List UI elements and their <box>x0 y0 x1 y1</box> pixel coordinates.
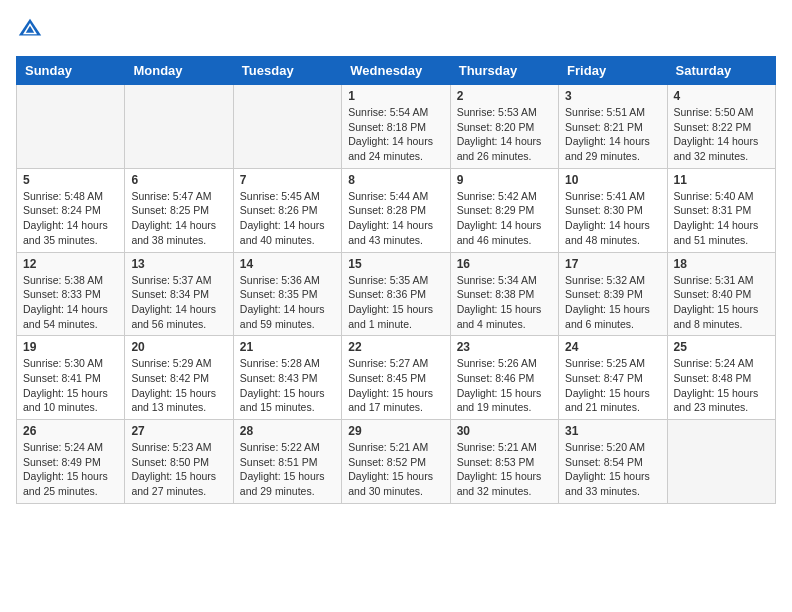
calendar-cell: 9Sunrise: 5:42 AMSunset: 8:29 PMDaylight… <box>450 168 558 252</box>
day-number: 11 <box>674 173 769 187</box>
calendar-week-2: 5Sunrise: 5:48 AMSunset: 8:24 PMDaylight… <box>17 168 776 252</box>
day-info: Sunrise: 5:42 AMSunset: 8:29 PMDaylight:… <box>457 189 552 248</box>
day-info: Sunrise: 5:30 AMSunset: 8:41 PMDaylight:… <box>23 356 118 415</box>
day-number: 15 <box>348 257 443 271</box>
calendar-cell <box>17 85 125 169</box>
day-number: 28 <box>240 424 335 438</box>
weekday-header-sunday: Sunday <box>17 57 125 85</box>
calendar-cell: 21Sunrise: 5:28 AMSunset: 8:43 PMDayligh… <box>233 336 341 420</box>
calendar-cell: 18Sunrise: 5:31 AMSunset: 8:40 PMDayligh… <box>667 252 775 336</box>
day-info: Sunrise: 5:25 AMSunset: 8:47 PMDaylight:… <box>565 356 660 415</box>
day-number: 10 <box>565 173 660 187</box>
calendar-cell: 15Sunrise: 5:35 AMSunset: 8:36 PMDayligh… <box>342 252 450 336</box>
day-info: Sunrise: 5:35 AMSunset: 8:36 PMDaylight:… <box>348 273 443 332</box>
day-number: 16 <box>457 257 552 271</box>
day-info: Sunrise: 5:26 AMSunset: 8:46 PMDaylight:… <box>457 356 552 415</box>
day-info: Sunrise: 5:48 AMSunset: 8:24 PMDaylight:… <box>23 189 118 248</box>
calendar-cell: 6Sunrise: 5:47 AMSunset: 8:25 PMDaylight… <box>125 168 233 252</box>
calendar-cell: 10Sunrise: 5:41 AMSunset: 8:30 PMDayligh… <box>559 168 667 252</box>
calendar-header: SundayMondayTuesdayWednesdayThursdayFrid… <box>17 57 776 85</box>
day-info: Sunrise: 5:38 AMSunset: 8:33 PMDaylight:… <box>23 273 118 332</box>
weekday-header-saturday: Saturday <box>667 57 775 85</box>
day-info: Sunrise: 5:28 AMSunset: 8:43 PMDaylight:… <box>240 356 335 415</box>
day-number: 14 <box>240 257 335 271</box>
weekday-header-row: SundayMondayTuesdayWednesdayThursdayFrid… <box>17 57 776 85</box>
day-number: 20 <box>131 340 226 354</box>
day-number: 31 <box>565 424 660 438</box>
calendar-cell: 22Sunrise: 5:27 AMSunset: 8:45 PMDayligh… <box>342 336 450 420</box>
day-number: 2 <box>457 89 552 103</box>
day-number: 4 <box>674 89 769 103</box>
day-number: 6 <box>131 173 226 187</box>
day-number: 18 <box>674 257 769 271</box>
day-number: 25 <box>674 340 769 354</box>
calendar-cell: 20Sunrise: 5:29 AMSunset: 8:42 PMDayligh… <box>125 336 233 420</box>
calendar-cell: 5Sunrise: 5:48 AMSunset: 8:24 PMDaylight… <box>17 168 125 252</box>
day-number: 17 <box>565 257 660 271</box>
calendar-cell: 23Sunrise: 5:26 AMSunset: 8:46 PMDayligh… <box>450 336 558 420</box>
calendar-cell: 31Sunrise: 5:20 AMSunset: 8:54 PMDayligh… <box>559 420 667 504</box>
calendar-cell <box>233 85 341 169</box>
day-info: Sunrise: 5:40 AMSunset: 8:31 PMDaylight:… <box>674 189 769 248</box>
calendar-cell: 30Sunrise: 5:21 AMSunset: 8:53 PMDayligh… <box>450 420 558 504</box>
logo <box>16 16 48 44</box>
weekday-header-wednesday: Wednesday <box>342 57 450 85</box>
day-info: Sunrise: 5:37 AMSunset: 8:34 PMDaylight:… <box>131 273 226 332</box>
logo-icon <box>16 16 44 44</box>
weekday-header-tuesday: Tuesday <box>233 57 341 85</box>
calendar-cell: 17Sunrise: 5:32 AMSunset: 8:39 PMDayligh… <box>559 252 667 336</box>
day-number: 29 <box>348 424 443 438</box>
calendar-week-3: 12Sunrise: 5:38 AMSunset: 8:33 PMDayligh… <box>17 252 776 336</box>
calendar-cell: 25Sunrise: 5:24 AMSunset: 8:48 PMDayligh… <box>667 336 775 420</box>
weekday-header-monday: Monday <box>125 57 233 85</box>
day-number: 19 <box>23 340 118 354</box>
day-info: Sunrise: 5:32 AMSunset: 8:39 PMDaylight:… <box>565 273 660 332</box>
calendar-table: SundayMondayTuesdayWednesdayThursdayFrid… <box>16 56 776 504</box>
calendar-cell: 19Sunrise: 5:30 AMSunset: 8:41 PMDayligh… <box>17 336 125 420</box>
calendar-cell: 16Sunrise: 5:34 AMSunset: 8:38 PMDayligh… <box>450 252 558 336</box>
calendar-cell: 13Sunrise: 5:37 AMSunset: 8:34 PMDayligh… <box>125 252 233 336</box>
weekday-header-thursday: Thursday <box>450 57 558 85</box>
calendar-cell: 1Sunrise: 5:54 AMSunset: 8:18 PMDaylight… <box>342 85 450 169</box>
calendar-cell: 2Sunrise: 5:53 AMSunset: 8:20 PMDaylight… <box>450 85 558 169</box>
day-number: 30 <box>457 424 552 438</box>
day-number: 9 <box>457 173 552 187</box>
calendar-cell: 12Sunrise: 5:38 AMSunset: 8:33 PMDayligh… <box>17 252 125 336</box>
day-info: Sunrise: 5:47 AMSunset: 8:25 PMDaylight:… <box>131 189 226 248</box>
calendar-cell: 7Sunrise: 5:45 AMSunset: 8:26 PMDaylight… <box>233 168 341 252</box>
day-info: Sunrise: 5:31 AMSunset: 8:40 PMDaylight:… <box>674 273 769 332</box>
calendar-cell: 11Sunrise: 5:40 AMSunset: 8:31 PMDayligh… <box>667 168 775 252</box>
day-number: 23 <box>457 340 552 354</box>
day-info: Sunrise: 5:23 AMSunset: 8:50 PMDaylight:… <box>131 440 226 499</box>
day-number: 8 <box>348 173 443 187</box>
day-number: 13 <box>131 257 226 271</box>
page-header <box>16 16 776 44</box>
day-info: Sunrise: 5:24 AMSunset: 8:49 PMDaylight:… <box>23 440 118 499</box>
calendar-cell: 14Sunrise: 5:36 AMSunset: 8:35 PMDayligh… <box>233 252 341 336</box>
day-info: Sunrise: 5:54 AMSunset: 8:18 PMDaylight:… <box>348 105 443 164</box>
day-info: Sunrise: 5:29 AMSunset: 8:42 PMDaylight:… <box>131 356 226 415</box>
day-number: 22 <box>348 340 443 354</box>
day-info: Sunrise: 5:45 AMSunset: 8:26 PMDaylight:… <box>240 189 335 248</box>
calendar-cell: 3Sunrise: 5:51 AMSunset: 8:21 PMDaylight… <box>559 85 667 169</box>
calendar-cell: 8Sunrise: 5:44 AMSunset: 8:28 PMDaylight… <box>342 168 450 252</box>
day-info: Sunrise: 5:50 AMSunset: 8:22 PMDaylight:… <box>674 105 769 164</box>
calendar-week-4: 19Sunrise: 5:30 AMSunset: 8:41 PMDayligh… <box>17 336 776 420</box>
calendar-cell: 24Sunrise: 5:25 AMSunset: 8:47 PMDayligh… <box>559 336 667 420</box>
day-number: 24 <box>565 340 660 354</box>
day-info: Sunrise: 5:53 AMSunset: 8:20 PMDaylight:… <box>457 105 552 164</box>
day-info: Sunrise: 5:20 AMSunset: 8:54 PMDaylight:… <box>565 440 660 499</box>
day-number: 7 <box>240 173 335 187</box>
day-number: 27 <box>131 424 226 438</box>
day-number: 12 <box>23 257 118 271</box>
day-info: Sunrise: 5:21 AMSunset: 8:52 PMDaylight:… <box>348 440 443 499</box>
calendar-cell: 29Sunrise: 5:21 AMSunset: 8:52 PMDayligh… <box>342 420 450 504</box>
day-info: Sunrise: 5:51 AMSunset: 8:21 PMDaylight:… <box>565 105 660 164</box>
calendar-body: 1Sunrise: 5:54 AMSunset: 8:18 PMDaylight… <box>17 85 776 504</box>
calendar-cell <box>125 85 233 169</box>
day-number: 21 <box>240 340 335 354</box>
calendar-cell: 26Sunrise: 5:24 AMSunset: 8:49 PMDayligh… <box>17 420 125 504</box>
day-info: Sunrise: 5:21 AMSunset: 8:53 PMDaylight:… <box>457 440 552 499</box>
day-info: Sunrise: 5:22 AMSunset: 8:51 PMDaylight:… <box>240 440 335 499</box>
weekday-header-friday: Friday <box>559 57 667 85</box>
